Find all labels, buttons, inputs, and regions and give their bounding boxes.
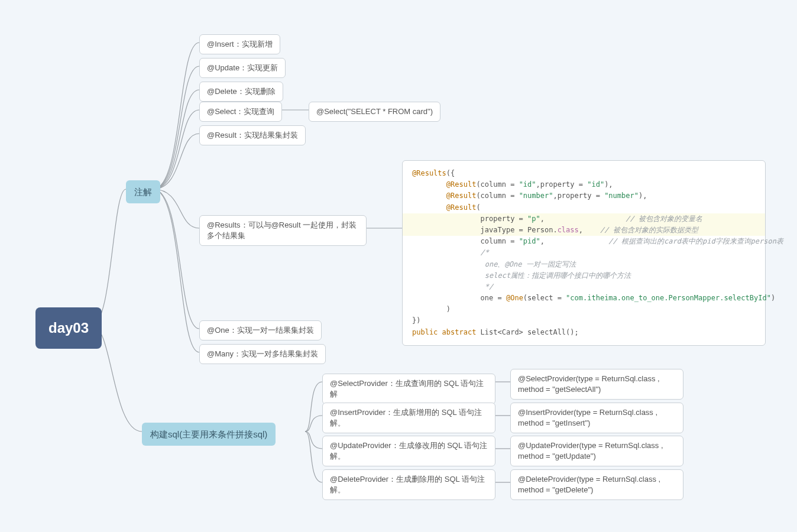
code-token: @Result xyxy=(446,203,477,212)
code-comment: one、@One 一对一固定写法 xyxy=(481,260,576,268)
code-comment: */ xyxy=(481,283,494,291)
leaf-update[interactable]: @Update：实现更新 xyxy=(199,58,286,78)
code-token: , xyxy=(540,237,545,245)
leaf-insert-provider[interactable]: @InsertProvider：生成新增用的 SQL 语句注解。 xyxy=(322,403,495,433)
leaf-delete[interactable]: @Delete：实现删除 xyxy=(199,82,283,102)
code-token: @Result xyxy=(446,180,477,189)
code-token: "number" xyxy=(604,192,639,200)
leaf-select[interactable]: @Select：实现查询 xyxy=(199,102,282,122)
code-token: (column = xyxy=(476,180,519,189)
code-token: public abstract xyxy=(412,328,481,336)
code-token: "com.itheima.one_to_one.PersonMapper.sel… xyxy=(566,294,771,302)
leaf-select-provider-example[interactable]: @SelectProvider(type = ReturnSql.class ,… xyxy=(510,369,683,400)
code-comment: // 根据查询出的card表中的pid字段来查询person表 xyxy=(608,237,783,245)
code-token: (column = xyxy=(476,192,519,200)
code-token: ({ xyxy=(446,169,455,177)
code-token: column = xyxy=(481,237,519,245)
leaf-delete-provider-example[interactable]: @DeleteProvider(type = ReturnSql.class ,… xyxy=(510,469,683,500)
code-comment: select属性：指定调用哪个接口中的哪个方法 xyxy=(481,271,631,280)
code-token: }) xyxy=(412,316,420,325)
code-token: (select = xyxy=(523,294,566,302)
code-comment: /* xyxy=(481,248,489,257)
leaf-update-provider-example[interactable]: @UpdateProvider(type = ReturnSql.class ,… xyxy=(510,436,683,466)
code-results-example: @Results({ @Result(column = "id",propert… xyxy=(402,160,766,346)
code-token: , xyxy=(579,226,583,234)
code-token: ) xyxy=(446,305,451,313)
code-token: "id" xyxy=(587,180,604,189)
code-token: ), xyxy=(604,180,613,189)
leaf-delete-provider[interactable]: @DeleteProvider：生成删除用的 SQL 语句注解。 xyxy=(322,469,495,500)
code-token: "number" xyxy=(519,192,553,200)
code-token: "pid" xyxy=(519,237,540,245)
code-token: javaType = Person. xyxy=(481,226,558,234)
branch-sql-builder[interactable]: 构建sql(主要用来条件拼接sql) xyxy=(142,423,276,446)
leaf-insert[interactable]: @Insert：实现新增 xyxy=(199,34,280,54)
code-token: @Results xyxy=(412,169,446,177)
code-token: @One xyxy=(506,294,523,302)
code-token: ,property = xyxy=(536,180,588,189)
code-token: List<Card> selectAll(); xyxy=(481,328,579,336)
leaf-update-provider[interactable]: @UpdateProvider：生成修改用的 SQL 语句注解。 xyxy=(322,436,495,466)
code-token: ), xyxy=(639,192,647,200)
code-token: "id" xyxy=(519,180,536,189)
leaf-insert-provider-example[interactable]: @InsertProvider(type = ReturnSql.class ,… xyxy=(510,403,683,433)
leaf-result[interactable]: @Result：实现结果集封装 xyxy=(199,125,306,145)
code-token: , xyxy=(540,215,545,223)
code-comment: // 被包含对象的实际数据类型 xyxy=(600,226,698,234)
code-comment: // 被包含对象的变量名 xyxy=(626,215,702,223)
branch-annotation[interactable]: 注解 xyxy=(126,180,160,203)
code-token: one = xyxy=(481,294,506,302)
code-token: ,property = xyxy=(553,192,604,200)
code-token: ) xyxy=(771,294,775,302)
code-token: property = xyxy=(481,215,527,223)
code-token: @Result xyxy=(446,192,477,200)
leaf-results[interactable]: @Results：可以与@Result 一起使用，封装多个结果集 xyxy=(199,215,367,246)
leaf-select-example[interactable]: @Select("SELECT * FROM card") xyxy=(309,102,440,122)
leaf-select-provider[interactable]: @SelectProvider：生成查询用的 SQL 语句注解 xyxy=(322,374,495,404)
code-token: ( xyxy=(476,203,480,212)
leaf-one[interactable]: @One：实现一对一结果集封装 xyxy=(199,320,322,340)
leaf-many[interactable]: @Many：实现一对多结果集封装 xyxy=(199,344,326,364)
code-token: "p" xyxy=(527,215,540,223)
root-node[interactable]: day03 xyxy=(35,307,102,349)
code-token: class xyxy=(558,226,579,234)
